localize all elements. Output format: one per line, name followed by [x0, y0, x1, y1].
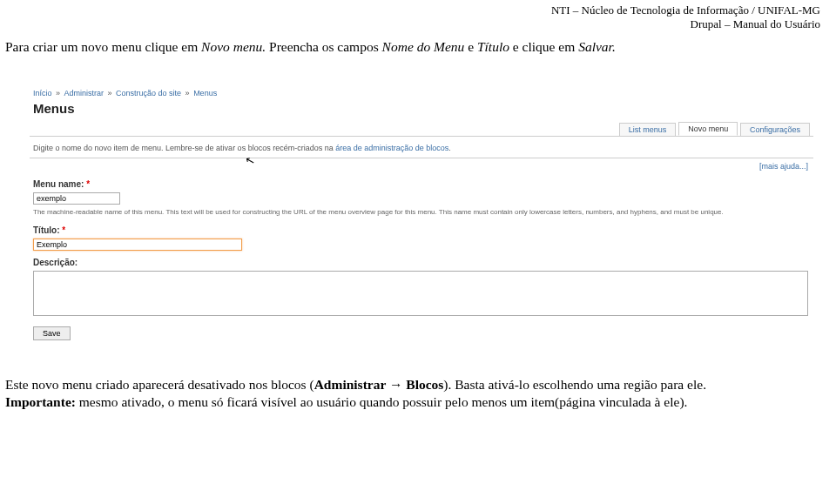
drupal-screenshot: Início » Administrar » Construção do sit… [30, 87, 813, 359]
required-marker: * [86, 179, 90, 189]
tabs-row: List menus Novo menu Configurações [30, 121, 813, 137]
intro-nome-menu: Nome do Menu [382, 39, 465, 54]
breadcrumb-construcao[interactable]: Construção do site [116, 89, 181, 97]
titulo-label: Título: * [30, 224, 813, 237]
p2-text-c: ). Basta ativá-lo escolhendo uma região … [443, 377, 706, 392]
p2-admin-blocos: Administrar → Blocos [314, 377, 444, 392]
intro-text-2: Preencha os campos [266, 39, 381, 54]
header-line-2: Drupal – Manual do Usuário [551, 17, 820, 31]
breadcrumb-inicio[interactable]: Início [33, 89, 52, 97]
form-intro-dot: . [448, 144, 451, 152]
save-button[interactable]: Save [33, 326, 71, 340]
blocos-admin-link[interactable]: área de administração de blocos [335, 144, 448, 152]
titulo-field-box [33, 239, 810, 251]
titulo-label-text: Título: [33, 225, 60, 235]
menu-name-label-text: Menu name: [33, 179, 84, 189]
bottom-paragraph: Este novo menu criado aparecerá desativa… [5, 376, 820, 412]
more-help-link[interactable]: [mais ajuda...] [30, 158, 813, 178]
header-line-1: NTI – Núcleo de Tecnologia de Informação… [551, 3, 820, 17]
breadcrumb-admin[interactable]: Administrar [64, 89, 104, 97]
form-intro: Digite o nome do novo item de menu. Lemb… [30, 137, 813, 154]
menu-name-field-box [33, 192, 810, 205]
tab-configuracoes[interactable]: Configurações [740, 123, 810, 136]
document-header: NTI – Núcleo de Tecnologia de Informação… [551, 3, 820, 32]
breadcrumb-menus[interactable]: Menus [193, 89, 217, 97]
p3-importante: Importante: [5, 394, 76, 409]
save-button-wrap: Save [33, 326, 810, 340]
p3-text: mesmo ativado, o menu só ficará visível … [76, 394, 687, 409]
menu-name-label: Menu name: * [30, 178, 813, 191]
intro-salvar: Salvar. [578, 39, 616, 54]
page-title: Menus [30, 99, 813, 121]
descricao-textarea[interactable] [33, 271, 808, 316]
tab-list-menus[interactable]: List menus [619, 123, 677, 136]
p2-text-a: Este novo menu criado aparecerá desativa… [5, 377, 314, 392]
breadcrumb: Início » Administrar » Construção do sit… [30, 87, 813, 99]
intro-text: Para criar um novo menu clique em [5, 39, 201, 54]
form-intro-text: Digite o nome do novo item de menu. Lemb… [33, 144, 335, 152]
intro-novo-menu: Novo menu. [201, 39, 266, 54]
menu-name-input[interactable] [33, 192, 120, 205]
intro-text-3: e [464, 39, 477, 54]
menu-name-desc: The machine-readable name of this menu. … [30, 206, 813, 224]
intro-text-4: e clique em [509, 39, 578, 54]
breadcrumb-sep: » [54, 89, 63, 97]
titulo-input[interactable] [33, 239, 242, 251]
breadcrumb-sep: » [183, 89, 192, 97]
required-marker: * [62, 225, 65, 235]
breadcrumb-sep: » [105, 89, 114, 97]
descricao-label: Descrição: [30, 256, 813, 269]
intro-paragraph: Para criar um novo menu clique em Novo m… [5, 38, 616, 57]
intro-titulo: Título [477, 39, 509, 54]
tab-novo-menu[interactable]: Novo menu [678, 122, 738, 136]
